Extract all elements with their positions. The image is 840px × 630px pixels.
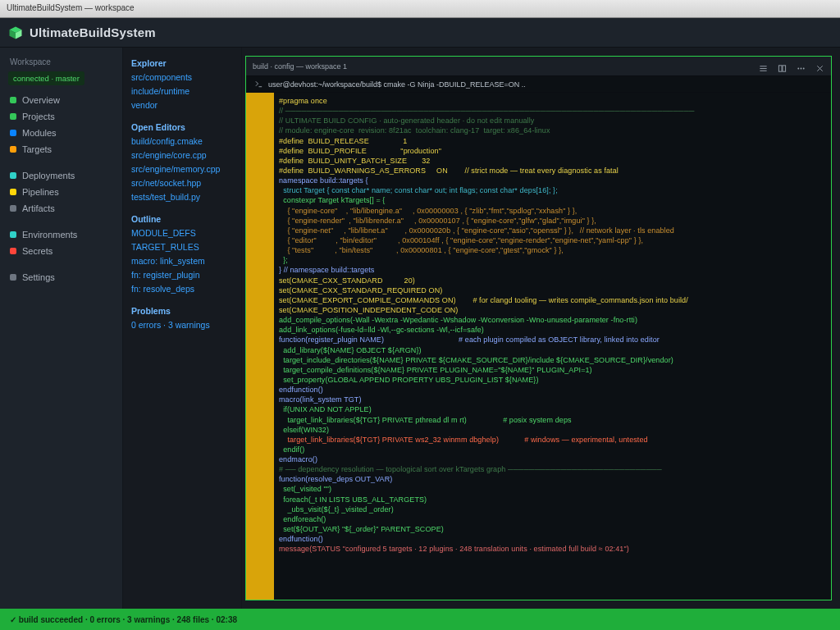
- menu-icon[interactable]: [759, 62, 768, 71]
- svg-point-8: [797, 68, 799, 70]
- code-area[interactable]: #pragma once// ─────────────────────────…: [274, 93, 831, 600]
- sidebar-item[interactable]: Settings: [0, 269, 122, 285]
- code-line: #define BUILD_PROFILE "production": [279, 146, 826, 156]
- code-line: set(${OUT_VAR} "${_order}" PARENT_SCOPE): [279, 524, 826, 534]
- code-line: add_library(${NAME} OBJECT ${ARGN}): [279, 345, 826, 355]
- code-line: set(CMAKE_EXPORT_COMPILE_COMMANDS ON) # …: [279, 295, 826, 305]
- brand-title: UltimateBuildSystem: [30, 25, 156, 39]
- sidebar-item[interactable]: Overview: [0, 92, 122, 108]
- svg-point-9: [801, 68, 802, 70]
- sidebar-group-4: Settings: [0, 269, 122, 285]
- status-dot-icon: [10, 205, 16, 212]
- split-icon[interactable]: [778, 62, 787, 71]
- explorer-item[interactable]: src/engine/memory.cpp: [128, 162, 236, 176]
- sidebar-item-label: Modules: [22, 128, 57, 138]
- editor-frame: build · config — workspace 1 user@devhos…: [245, 56, 832, 600]
- explorer-item[interactable]: fn: register_plugin: [128, 267, 236, 281]
- sidebar-item[interactable]: Pipelines: [0, 184, 122, 200]
- status-dot-icon: [10, 248, 16, 254]
- explorer-item[interactable]: 0 errors · 3 warnings: [128, 317, 236, 331]
- status-dot-icon: [10, 97, 16, 103]
- explorer-item[interactable]: src/engine/core.cpp: [128, 148, 236, 162]
- status-dot-icon: [10, 189, 16, 195]
- code-line: set_property(GLOBAL APPEND PROPERTY UBS_…: [279, 375, 826, 385]
- status-dot-icon: [10, 172, 16, 179]
- code-line: { "engine-net" , "lib/libnet.a" , 0x0000…: [279, 226, 826, 235]
- code-line: endmacro(): [279, 454, 826, 464]
- app-header: UltimateBuildSystem: [0, 18, 840, 48]
- code-line: function(resolve_deps OUT_VAR): [279, 474, 826, 484]
- editor-wrap: build · config — workspace 1 user@devhos…: [242, 48, 840, 609]
- code-line: { "editor" , "bin/editor" , 0x000104ff ,…: [279, 235, 826, 245]
- sidebar-section-label: Workspace: [0, 52, 122, 69]
- explorer-column: Explorersrc/componentsinclude/runtimeven…: [123, 48, 242, 609]
- sidebar-item[interactable]: Artifacts: [0, 200, 122, 217]
- status-bar: ✓ build succeeded · 0 errors · 3 warning…: [0, 609, 840, 630]
- body-row: Workspace connected · master OverviewPro…: [0, 48, 840, 609]
- svg-rect-6: [778, 66, 782, 71]
- code-line: #define BUILD_RELEASE 1: [279, 136, 826, 146]
- explorer-item[interactable]: fn: resolve_deps: [128, 281, 236, 295]
- code-line: set(_visited ""): [279, 484, 826, 494]
- code-line: if(UNIX AND NOT APPLE): [279, 404, 826, 414]
- sidebar-item-label: Artifacts: [22, 203, 55, 213]
- code-line: { "engine-render" , "lib/librender.a" , …: [279, 216, 826, 226]
- sidebar-item[interactable]: Environments: [0, 226, 122, 243]
- explorer-group-head[interactable]: Outline: [128, 212, 236, 226]
- sidebar-group-1: OverviewProjectsModulesTargets: [0, 92, 122, 158]
- status-bar-text: ✓ build succeeded · 0 errors · 3 warning…: [10, 615, 237, 624]
- code-line: target_link_libraries(${TGT} PRIVATE ws2…: [279, 435, 826, 445]
- explorer-item[interactable]: MODULE_DEFS: [128, 226, 236, 240]
- explorer-item[interactable]: src/net/socket.hpp: [128, 176, 236, 189]
- explorer-item[interactable]: src/components: [128, 70, 236, 84]
- tab-controls: [759, 62, 824, 71]
- code-line: // ─────────────────────────────────────…: [279, 106, 826, 116]
- code-line: #define BUILD_UNITY_BATCH_SIZE 32: [279, 156, 826, 166]
- explorer-item[interactable]: TARGET_RULES: [128, 240, 236, 253]
- sidebar-item-label: Targets: [22, 144, 52, 154]
- explorer-item[interactable]: include/runtime: [128, 84, 236, 98]
- code-line: target_compile_definitions(${NAME} PRIVA…: [279, 365, 826, 375]
- status-dot-icon: [10, 231, 16, 238]
- sidebar-item[interactable]: Deployments: [0, 167, 122, 184]
- explorer-group-head[interactable]: Problems: [128, 304, 236, 317]
- app-root: UltimateBuildSystem Workspace connected …: [0, 18, 840, 630]
- window-title: UltimateBuildSystem — workspace: [0, 0, 840, 16]
- explorer-group-head[interactable]: Open Editors: [128, 120, 236, 134]
- code-line: // ULTIMATE BUILD CONFIG · auto-generate…: [279, 116, 826, 126]
- code-line: // module: engine-core revision: 8f21ac …: [279, 126, 826, 135]
- code-line: # ── dependency resolution — topological…: [279, 464, 826, 474]
- code-line: elseif(WIN32): [279, 425, 826, 435]
- sidebar-group-2: DeploymentsPipelinesArtifacts: [0, 167, 122, 217]
- explorer-item[interactable]: vendor: [128, 98, 236, 112]
- more-icon[interactable]: [797, 62, 806, 71]
- code-line: add_link_options(-fuse-ld=lld -Wl,--gc-s…: [279, 325, 826, 335]
- status-dot-icon: [10, 274, 16, 281]
- sidebar-item[interactable]: Modules: [0, 125, 122, 141]
- sidebar-item-label: Settings: [22, 272, 55, 282]
- code-line: endfunction(): [279, 385, 826, 395]
- sidebar-item-label: Projects: [22, 112, 55, 121]
- code-line: { "tests" , "bin/tests" , 0x00000801 , {…: [279, 245, 826, 255]
- editor-body[interactable]: #pragma once// ─────────────────────────…: [246, 93, 831, 600]
- close-icon[interactable]: [815, 62, 824, 71]
- os-window-chrome: UltimateBuildSystem — workspace: [0, 0, 840, 18]
- explorer-item[interactable]: macro: link_system: [128, 253, 236, 267]
- code-line: message(STATUS "configured 5 targets · 1…: [279, 544, 826, 554]
- sidebar-item[interactable]: Targets: [0, 141, 122, 158]
- code-line: _ubs_visit(${_t} _visited _order): [279, 504, 826, 514]
- explorer-group-head[interactable]: Explorer: [128, 56, 236, 70]
- code-line: target_include_directories(${NAME} PRIVA…: [279, 355, 826, 365]
- editor-gutter: [246, 93, 274, 600]
- explorer-item[interactable]: build/config.cmake: [128, 134, 236, 148]
- code-line: } // namespace build::targets: [279, 265, 826, 275]
- sidebar-item[interactable]: Secrets: [0, 243, 122, 259]
- sidebar-item[interactable]: Projects: [0, 108, 122, 125]
- code-line: constexpr Target kTargets[] = {: [279, 195, 826, 205]
- editor-tab-label[interactable]: build · config — workspace 1: [253, 62, 347, 71]
- explorer-item[interactable]: tests/test_build.py: [128, 189, 236, 203]
- svg-rect-7: [783, 66, 786, 71]
- status-dot-icon: [10, 113, 16, 120]
- code-line: add_compile_options(-Wall -Wextra -Wpeda…: [279, 315, 826, 325]
- terminal-prompt-row[interactable]: user@devhost:~/workspace/build$ cmake -G…: [246, 76, 831, 93]
